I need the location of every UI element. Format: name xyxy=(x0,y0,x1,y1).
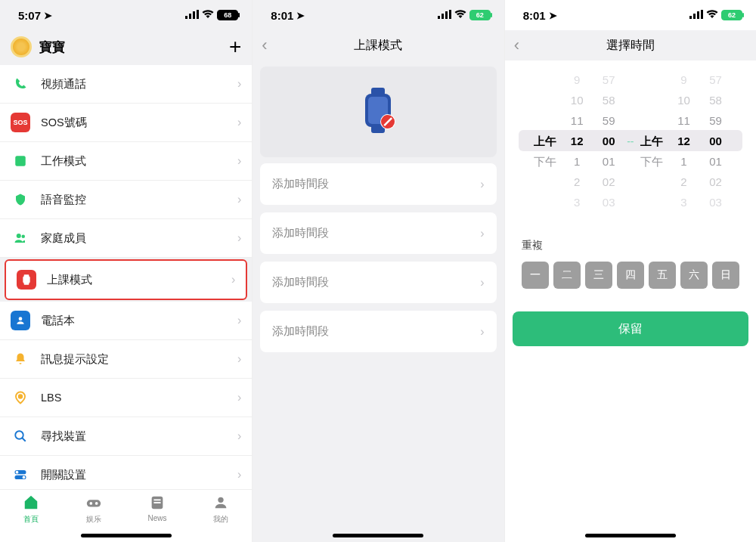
picker-row[interactable]: 10 xyxy=(562,91,592,110)
svg-rect-30 xyxy=(449,10,451,19)
picker-row[interactable]: 01 xyxy=(593,153,624,171)
list-item-family[interactable]: 家庭成員› xyxy=(0,219,252,258)
list-item-voice-mon[interactable]: 語音監控› xyxy=(0,181,252,219)
picker-row[interactable]: 9 xyxy=(562,71,592,89)
picker-row[interactable]: 57 xyxy=(593,71,624,89)
picker-col-hour[interactable]: 9101112123 xyxy=(668,71,699,212)
picker-row[interactable]: 1 xyxy=(562,153,592,171)
picker-row[interactable] xyxy=(637,112,667,130)
picker-row[interactable]: 01 xyxy=(700,153,730,171)
picker-row[interactable] xyxy=(637,91,667,110)
list-item-work-mode[interactable]: 工作模式› xyxy=(0,142,252,181)
picker-row[interactable]: 59 xyxy=(700,112,730,130)
add-timeslot-1[interactable]: 添加時間段› xyxy=(260,212,496,254)
list-item-lbs[interactable]: LBS› xyxy=(0,379,252,417)
list-item-switch[interactable]: 開關設置› xyxy=(0,456,252,489)
picker-row[interactable]: 下午 xyxy=(637,153,667,171)
picker-row[interactable]: 03 xyxy=(593,194,624,212)
picker-row[interactable]: 1 xyxy=(668,153,699,171)
phonebook-icon xyxy=(11,311,30,330)
home-indicator[interactable] xyxy=(585,534,676,537)
list-item-phonebook[interactable]: 電話本› xyxy=(0,302,252,340)
list-item-find-device[interactable]: 尋找裝置› xyxy=(0,417,252,456)
save-button[interactable]: 保留 xyxy=(513,311,748,346)
tab-2[interactable]: News xyxy=(147,494,166,522)
picker-row[interactable]: 12 xyxy=(668,132,699,150)
picker-row[interactable] xyxy=(530,173,560,191)
picker-row[interactable] xyxy=(530,112,560,130)
picker-row[interactable]: 2 xyxy=(668,173,699,191)
svg-point-26 xyxy=(218,497,223,503)
picker-col-min[interactable]: 57585900010203 xyxy=(593,71,624,212)
list-item-class-mode[interactable]: 上課模式› xyxy=(5,259,247,300)
list-item-sos[interactable]: SOSSOS號碼› xyxy=(0,104,252,142)
tab-3[interactable]: 我的 xyxy=(212,494,229,525)
picker-col-hour[interactable]: 9101112123 xyxy=(562,71,592,212)
picker-row[interactable]: 2 xyxy=(562,173,592,191)
back-button[interactable]: ‹ xyxy=(514,36,519,55)
picker-row[interactable]: 02 xyxy=(700,173,730,191)
picker-row[interactable]: 58 xyxy=(700,91,730,110)
picker-row[interactable] xyxy=(530,194,560,212)
signal-icon xyxy=(185,9,199,21)
picker-row[interactable]: 02 xyxy=(593,173,624,191)
add-timeslot-2[interactable]: 添加時間段› xyxy=(260,262,496,303)
picker-row[interactable]: 58 xyxy=(593,91,624,110)
picker-row[interactable] xyxy=(530,91,560,110)
tab-1[interactable]: 娱乐 xyxy=(85,494,102,525)
picker-row[interactable] xyxy=(530,71,560,89)
home-indicator[interactable] xyxy=(333,534,423,537)
tab-0[interactable]: 首頁 xyxy=(23,494,39,525)
avatar[interactable] xyxy=(11,36,32,57)
picker-col-ampm[interactable]: 上午下午 xyxy=(637,71,667,212)
picker-row[interactable] xyxy=(637,173,667,191)
picker-row[interactable] xyxy=(637,71,667,89)
picker-row[interactable]: 下午 xyxy=(530,153,560,171)
picker-col-min[interactable]: 57585900010203 xyxy=(700,71,730,212)
picker-row[interactable]: 9 xyxy=(668,71,699,89)
picker-row[interactable]: 上午 xyxy=(530,132,560,150)
picker-row[interactable]: 57 xyxy=(700,71,730,89)
add-timeslot-3[interactable]: 添加時間段› xyxy=(260,311,496,352)
svg-point-5 xyxy=(17,234,21,238)
picker-row[interactable] xyxy=(637,194,667,212)
picker-col-ampm[interactable]: 上午下午 xyxy=(530,71,560,212)
time-picker-from[interactable]: 上午下午910111212357585900010203 xyxy=(530,71,624,212)
picker-row[interactable]: 00 xyxy=(700,132,730,150)
picker-row[interactable]: 上午 xyxy=(637,132,667,150)
add-button[interactable]: + xyxy=(229,36,241,57)
picker-row[interactable]: 3 xyxy=(562,194,592,212)
add-timeslot-0[interactable]: 添加時間段› xyxy=(260,163,496,205)
home-indicator[interactable] xyxy=(81,534,172,537)
day-toggle-3[interactable]: 四 xyxy=(617,262,644,289)
list-item-label: SOS號碼 xyxy=(41,116,227,130)
picker-row[interactable]: 12 xyxy=(562,132,592,150)
svg-point-14 xyxy=(16,471,19,474)
day-toggle-6[interactable]: 日 xyxy=(712,262,739,289)
day-toggle-4[interactable]: 五 xyxy=(649,262,676,289)
picker-row[interactable]: 10 xyxy=(668,91,699,110)
chevron-right-icon: › xyxy=(480,325,484,339)
picker-row[interactable]: 00 xyxy=(593,132,624,150)
day-toggle-1[interactable]: 二 xyxy=(553,262,581,289)
back-button[interactable]: ‹ xyxy=(262,36,267,55)
list-item-video-call[interactable]: 視頻通話› xyxy=(0,65,252,104)
chevron-right-icon: › xyxy=(237,314,241,327)
picker-row[interactable]: 03 xyxy=(700,194,730,212)
time-picker-to[interactable]: 上午下午910111212357585900010203 xyxy=(637,71,730,212)
day-toggle-2[interactable]: 三 xyxy=(585,262,612,289)
chevron-right-icon: › xyxy=(237,468,241,482)
tab-icon xyxy=(85,494,102,513)
day-toggle-5[interactable]: 六 xyxy=(680,262,708,289)
picker-row[interactable]: 3 xyxy=(668,194,699,212)
settings-list[interactable]: 視頻通話›SOSSOS號碼›工作模式›語音監控›家庭成員›上課模式›電話本›訊息… xyxy=(0,65,252,489)
picker-row[interactable]: 11 xyxy=(668,112,699,130)
wifi-icon xyxy=(202,9,214,21)
chevron-right-icon: › xyxy=(480,178,484,191)
svg-rect-8 xyxy=(23,276,29,283)
phone-screen-class-mode: 8:01 ➤ 62 ‹ 上課模式 xyxy=(252,0,503,542)
picker-row[interactable]: 59 xyxy=(593,112,624,130)
day-toggle-0[interactable]: 一 xyxy=(522,262,549,289)
picker-row[interactable]: 11 xyxy=(562,112,592,130)
list-item-msg-alert[interactable]: 訊息提示設定› xyxy=(0,340,252,379)
